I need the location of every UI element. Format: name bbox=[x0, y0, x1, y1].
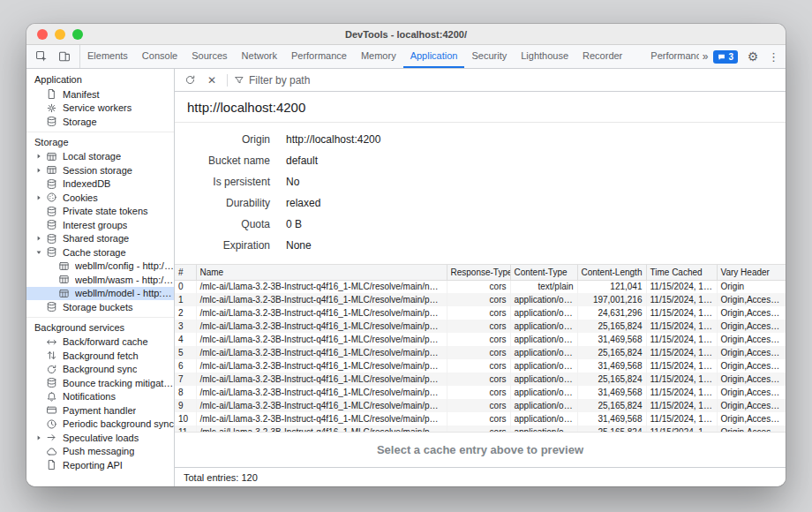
sidebar-item-reporting-api[interactable]: Reporting API bbox=[26, 458, 174, 472]
chat-bubble-icon bbox=[718, 53, 726, 61]
chevron-right-icon[interactable] bbox=[34, 434, 44, 441]
column-header-name[interactable]: Name bbox=[196, 265, 447, 280]
filter-by-path-input[interactable]: Filter by path bbox=[234, 74, 310, 87]
sidebar-item-label: Background fetch bbox=[63, 350, 139, 361]
column-header-content-type[interactable]: Content-Type bbox=[510, 265, 577, 280]
tab-security[interactable]: Security bbox=[464, 45, 514, 68]
cache-entry-row[interactable]: 0/mlc-ai/Llama-3.2-3B-Instruct-q4f16_1-M… bbox=[175, 280, 786, 293]
sidebar-item-label: Speculative loads bbox=[63, 433, 139, 443]
device-toolbar-icon[interactable] bbox=[54, 48, 75, 65]
preview-pane: Select a cache entry above to preview bbox=[175, 432, 786, 467]
chevron-right-icon[interactable] bbox=[34, 153, 44, 160]
sidebar-item-webllm-config-http-loc[interactable]: webllm/config - http://loc... bbox=[26, 260, 174, 274]
cache-toolbar: ✕ Filter by path bbox=[175, 69, 786, 92]
chevron-right-icon[interactable] bbox=[34, 235, 44, 242]
tab-application[interactable]: Application bbox=[403, 45, 465, 68]
cache-entry-row[interactable]: 7/mlc-ai/Llama-3.2-3B-Instruct-q4f16_1-M… bbox=[175, 373, 786, 386]
sidebar-item-notifications[interactable]: Notifications bbox=[26, 390, 174, 404]
kebab-menu-icon[interactable]: ⋮ bbox=[768, 50, 778, 64]
cell-vary-header: Origin,Access... bbox=[717, 386, 786, 399]
cell-content-length: 31,469,568 bbox=[577, 333, 646, 346]
cell-content-type: application/oc... bbox=[510, 425, 577, 432]
sidebar-item-back-forward-cache[interactable]: Back/forward cache bbox=[26, 335, 174, 350]
cache-entry-row[interactable]: 6/mlc-ai/Llama-3.2-3B-Instruct-q4f16_1-M… bbox=[175, 359, 786, 373]
cache-entry-row[interactable]: 2/mlc-ai/Llama-3.2-3B-Instruct-q4f16_1-M… bbox=[175, 306, 786, 320]
cell-hash: 7 bbox=[175, 373, 196, 386]
chevron-right-icon[interactable] bbox=[34, 167, 44, 174]
sidebar-item-bounce-tracking-mitigations[interactable]: Bounce tracking mitigations bbox=[26, 376, 174, 390]
cache-entry-row[interactable]: 5/mlc-ai/Llama-3.2-3B-Instruct-q4f16_1-M… bbox=[175, 346, 786, 359]
tab-lighthouse[interactable]: Lighthouse bbox=[514, 45, 575, 68]
tab-performance-insights[interactable]: Performance insights bbox=[643, 45, 698, 68]
column-header-response-type[interactable]: Response-Type bbox=[447, 265, 510, 280]
sidebar-item-interest-groups[interactable]: Interest groups bbox=[26, 218, 174, 232]
column-header-content-length[interactable]: Content-Length bbox=[577, 265, 646, 280]
sidebar-item-local-storage[interactable]: Local storage bbox=[26, 150, 174, 164]
sidebar-item-indexeddb[interactable]: IndexedDB bbox=[26, 177, 174, 192]
tab-elements[interactable]: Elements bbox=[80, 45, 135, 68]
sidebar-item-storage-buckets[interactable]: Storage buckets bbox=[26, 300, 174, 314]
toolbar-divider bbox=[227, 74, 228, 87]
column-header-hash[interactable]: # bbox=[175, 265, 196, 280]
titlebar[interactable]: DevTools - localhost:4200/ bbox=[26, 24, 786, 45]
sidebar-item-periodic-background-sync[interactable]: Periodic background sync bbox=[26, 418, 174, 432]
column-header-time-cached[interactable]: Time Cached bbox=[646, 265, 717, 280]
sidebar-item-cache-storage[interactable]: Cache storage bbox=[26, 245, 174, 260]
sidebar-item-background-sync[interactable]: Background sync bbox=[26, 363, 174, 377]
tab-strip: ElementsConsoleSourcesNetworkPerformance… bbox=[80, 45, 699, 68]
sidebar-section-title: Application bbox=[26, 72, 174, 87]
sidebar-item-storage[interactable]: Storage bbox=[26, 115, 174, 129]
sidebar-item-cookies[interactable]: Cookies bbox=[26, 191, 174, 205]
cache-entry-row[interactable]: 4/mlc-ai/Llama-3.2-3B-Instruct-q4f16_1-M… bbox=[175, 333, 786, 346]
cell-hash: 0 bbox=[175, 280, 196, 293]
sidebar-item-session-storage[interactable]: Session storage bbox=[26, 163, 174, 177]
table-icon bbox=[56, 274, 71, 285]
chevron-right-icon[interactable] bbox=[34, 194, 44, 201]
tab-sources[interactable]: Sources bbox=[184, 45, 234, 68]
tab-network[interactable]: Network bbox=[235, 45, 284, 68]
tab-console[interactable]: Console bbox=[135, 45, 184, 68]
cell-vary-header: Origin bbox=[717, 280, 786, 293]
sidebar-item-background-fetch[interactable]: Background fetch bbox=[26, 349, 174, 363]
filter-funnel-icon bbox=[234, 75, 244, 86]
tab-memory[interactable]: Memory bbox=[354, 45, 403, 68]
chevron-down-icon[interactable] bbox=[34, 249, 44, 256]
column-header-vary-header[interactable]: Vary Header bbox=[717, 265, 786, 280]
cache-entry-row[interactable]: 8/mlc-ai/Llama-3.2-3B-Instruct-q4f16_1-M… bbox=[175, 386, 786, 399]
cache-entry-row[interactable]: 11/mlc-ai/Llama-3.2-3B-Instruct-q4f16_1-… bbox=[175, 425, 786, 432]
cell-response-type: cors bbox=[447, 425, 510, 432]
inspect-element-icon[interactable] bbox=[31, 48, 52, 65]
cell-time-cached: 11/15/2024, 10... bbox=[646, 425, 717, 432]
more-tabs-chevron-icon[interactable]: » bbox=[703, 50, 708, 63]
sidebar-item-speculative-loads[interactable]: Speculative loads bbox=[26, 431, 174, 445]
cell-vary-header: Origin,Access... bbox=[717, 412, 786, 425]
settings-gear-icon[interactable]: ⚙ bbox=[744, 49, 762, 64]
clear-icon[interactable]: ✕ bbox=[203, 72, 221, 89]
tab-performance[interactable]: Performance bbox=[284, 45, 354, 68]
sidebar-item-manifest[interactable]: Manifest bbox=[26, 87, 174, 102]
issues-counter[interactable]: 3 bbox=[713, 50, 738, 64]
sidebar-item-webllm-wasm-http-loca[interactable]: webllm/wasm - http://loca... bbox=[26, 273, 174, 287]
cell-hash: 6 bbox=[175, 359, 196, 373]
cache-entry-row[interactable]: 1/mlc-ai/Llama-3.2-3B-Instruct-q4f16_1-M… bbox=[175, 293, 786, 306]
cell-time-cached: 11/15/2024, 10... bbox=[646, 412, 717, 425]
tab-label: Lighthouse bbox=[521, 50, 568, 61]
zoom-window-button[interactable] bbox=[72, 29, 83, 40]
cache-entry-row[interactable]: 10/mlc-ai/Llama-3.2-3B-Instruct-q4f16_1-… bbox=[175, 412, 786, 425]
cell-response-type: cors bbox=[447, 306, 510, 320]
cache-entry-row[interactable]: 3/mlc-ai/Llama-3.2-3B-Instruct-q4f16_1-M… bbox=[175, 320, 786, 333]
close-window-button[interactable] bbox=[37, 29, 48, 40]
sidebar-item-label: Periodic background sync bbox=[63, 418, 174, 429]
sidebar-item-private-state-tokens[interactable]: Private state tokens bbox=[26, 205, 174, 219]
minimize-window-button[interactable] bbox=[55, 29, 65, 40]
refresh-icon[interactable] bbox=[181, 72, 199, 89]
sidebar-item-shared-storage[interactable]: Shared storage bbox=[26, 232, 174, 246]
sidebar-item-push-messaging[interactable]: Push messaging bbox=[26, 445, 174, 459]
metadata-field-bucket-name: Bucket namedefault bbox=[175, 150, 786, 171]
tab-recorder[interactable]: Recorder bbox=[575, 45, 629, 68]
cache-entry-row[interactable]: 9/mlc-ai/Llama-3.2-3B-Instruct-q4f16_1-M… bbox=[175, 399, 786, 412]
sidebar-item-label: webllm/wasm - http://loca... bbox=[75, 275, 174, 285]
sidebar-item-service-workers[interactable]: Service workers bbox=[26, 102, 174, 116]
sidebar-item-webllm-model-http-loca[interactable]: webllm/model - http://loca... bbox=[26, 287, 174, 301]
sidebar-item-payment-handler[interactable]: Payment handler bbox=[26, 403, 174, 418]
